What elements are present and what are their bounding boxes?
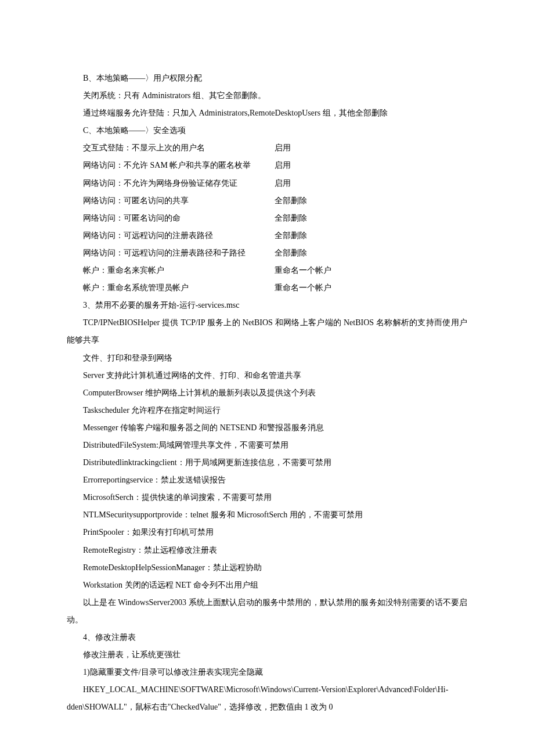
setting-value: 重命名一个帐户 [258,262,331,279]
text-line: PrintSpooler：如果没有打印机可禁用 [67,524,467,541]
setting-value: 重命名一个帐户 [258,279,331,297]
text-line: NTLMSecuritysupportprovide：telnet 服务和 Mi… [67,506,467,524]
setting-label: 网络访问：可匿名访问的命 [67,210,258,227]
setting-label: 网络访问：可远程访问的注册表路径和子路径 [67,244,258,262]
text-line: RemoteRegistry：禁止远程修改注册表 [67,542,467,559]
text-line: ComputerBrowser 维护网络上计算机的最新列表以及提供这个列表 [67,384,467,402]
setting-value: 全部删除 [258,192,307,210]
text-line: 以上是在 WindowsServer2003 系统上面默认启动的服务中禁用的，默… [67,594,467,629]
text-line: 修改注册表，让系统更强壮 [67,646,467,664]
text-span: HKEY_LOCAL_MACHINE\SOFTWARE\Microsoft\Wi… [67,685,448,711]
setting-row: 帐户：重命名系统管理员帐户 重命名一个帐户 [67,279,467,297]
setting-value: 启用 [258,157,291,174]
setting-label: 帐户：重命名来宾帐户 [67,262,258,279]
setting-label: 网络访问：可远程访问的注册表路径 [67,227,258,244]
text-line: Server 支持此计算机通过网络的文件、打印、和命名管道共享 [67,367,467,384]
setting-row: 网络访问：不允许为网络身份验证储存凭证 启用 [67,175,467,192]
text-line: Distributedlinktrackingclient：用于局域网更新连接信… [67,454,467,471]
setting-label: 网络访问：不允许 SAM 帐户和共享的匿名枚举 [67,157,258,174]
text-line: MicrosoftSerch：提供快速的单词搜索，不需要可禁用 [67,489,467,506]
setting-row: 网络访问：可远程访问的注册表路径 全部删除 [67,227,467,244]
setting-row: 交互式登陆：不显示上次的用户名 启用 [67,139,467,157]
setting-row: 帐户：重命名来宾帐户 重命名一个帐户 [67,262,467,279]
text-line: DistributedFileSystem:局域网管理共享文件，不需要可禁用 [67,437,467,454]
setting-row: 网络访问：不允许 SAM 帐户和共享的匿名枚举 启用 [67,157,467,174]
text-line: TCP/IPNetBIOSHelper 提供 TCP/IP 服务上的 NetBI… [67,314,467,349]
text-line: 关闭系统：只有 Administrators 组、其它全部删除。 [67,87,467,105]
setting-row: 网络访问：可匿名访问的共享 全部删除 [67,192,467,210]
setting-row: 网络访问：可匿名访问的命 全部删除 [67,210,467,227]
text-line: RemoteDesktopHelpSessionManager：禁止远程协助 [67,559,467,577]
setting-value: 全部删除 [258,244,307,262]
text-line: HKEY_LOCAL_MACHINE\SOFTWARE\Microsoft\Wi… [67,681,467,716]
setting-label: 交互式登陆：不显示上次的用户名 [67,139,258,157]
setting-value: 启用 [258,139,291,157]
text-line: 3、禁用不必要的服务开始-运行-services.msc [67,297,467,314]
text-line: 文件、打印和登录到网络 [67,350,467,367]
document-page: B、本地策略——〉用户权限分配 关闭系统：只有 Administrators 组… [0,0,534,756]
text-span: 以上是在 WindowsServer2003 系统上面默认启动的服务中禁用的，默… [67,598,467,624]
text-line: B、本地策略——〉用户权限分配 [67,70,467,87]
text-span: TCP/IPNetBIOSHelper 提供 TCP/IP 服务上的 NetBI… [67,318,467,344]
setting-row: 网络访问：可远程访问的注册表路径和子路径 全部删除 [67,244,467,262]
text-line: 通过终端服务允许登陆：只加入 Administrators,RemoteDesk… [67,105,467,122]
text-line: 1)隐藏重要文件/目录可以修改注册表实现完全隐藏 [67,664,467,681]
text-line: Taskscheduler 允许程序在指定时间运行 [67,402,467,419]
text-line: Workstation 关闭的话远程 NET 命令列不出用户组 [67,577,467,594]
text-line: 4、修改注册表 [67,629,467,646]
setting-label: 帐户：重命名系统管理员帐户 [67,279,258,297]
text-line: Errorreportingservice：禁止发送错误报告 [67,471,467,489]
setting-label: 网络访问：不允许为网络身份验证储存凭证 [67,175,258,192]
setting-value: 全部删除 [258,210,307,227]
text-line: Messenger 传输客户端和服务器之间的 NETSEND 和警报器服务消息 [67,419,467,437]
setting-value: 全部删除 [258,227,307,244]
setting-label: 网络访问：可匿名访问的共享 [67,192,258,210]
text-line: C、本地策略——〉安全选项 [67,122,467,139]
setting-value: 启用 [258,175,291,192]
